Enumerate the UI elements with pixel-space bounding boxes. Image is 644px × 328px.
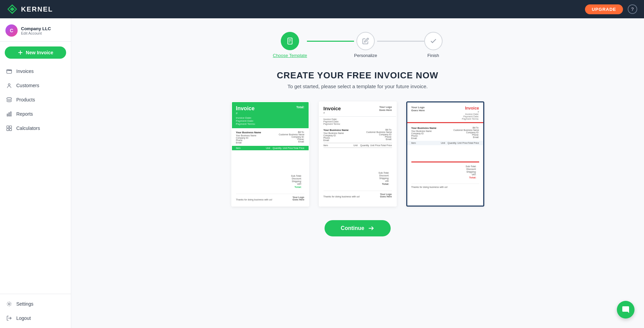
logo-text: KERNEL xyxy=(21,5,53,13)
tmpl2-body: Your Business Name Your Business Name Co… xyxy=(319,127,396,200)
grid-icon xyxy=(6,125,12,131)
sidebar-item-logout[interactable]: Logout xyxy=(0,311,71,325)
template-card-dark-border[interactable]: Your LogoGoes Here Invoice # Invoice Dat… xyxy=(406,101,484,207)
stepper: Choose Template Personalize Finish xyxy=(273,32,443,58)
template-card-minimal[interactable]: Invoice # Your LogoGoes Here Invoice Dat… xyxy=(319,101,397,207)
person-icon xyxy=(6,82,12,89)
page-heading: CREATE YOUR FREE INVOICE NOW xyxy=(277,70,438,81)
svg-rect-4 xyxy=(18,52,22,53)
logo: KERNEL xyxy=(7,4,53,15)
svg-point-7 xyxy=(7,98,12,99)
tmpl2-header: Invoice # Your LogoGoes Here xyxy=(319,102,396,117)
step-line-1 xyxy=(307,41,354,42)
svg-rect-8 xyxy=(7,114,8,116)
sidebar-item-settings[interactable]: Settings xyxy=(0,297,71,311)
chat-icon xyxy=(622,306,630,314)
chat-fab-button[interactable] xyxy=(617,301,635,319)
gear-icon xyxy=(6,301,12,307)
bar-chart-icon xyxy=(6,111,12,117)
step-circle-choose xyxy=(281,32,299,50)
avatar: C xyxy=(5,24,18,37)
folder-icon xyxy=(6,68,12,74)
layers-icon xyxy=(6,97,12,103)
sidebar-item-reports[interactable]: Reports xyxy=(0,107,71,121)
sidebar-item-calculators[interactable]: Calculators xyxy=(0,121,71,135)
help-button[interactable]: ? xyxy=(628,4,637,14)
svg-rect-14 xyxy=(9,129,12,131)
tmpl3-body: Your Business Name Your Business Name Co… xyxy=(407,124,483,190)
step-label-finish: Finish xyxy=(427,53,439,58)
tmpl1-title: Invoice xyxy=(236,105,255,112)
svg-point-15 xyxy=(8,303,10,305)
sidebar: C Company LLC Edit Account New Invoice I… xyxy=(0,18,71,328)
svg-rect-13 xyxy=(7,129,9,131)
logo-icon xyxy=(7,4,18,15)
step-line-2 xyxy=(377,41,424,42)
arrow-right-icon xyxy=(368,225,374,232)
logout-icon xyxy=(6,315,12,321)
continue-button[interactable]: Continue xyxy=(325,220,391,236)
edit-account-link[interactable]: Edit Account xyxy=(21,31,51,35)
account-name: Company LLC xyxy=(21,26,51,31)
sidebar-bottom: Settings Logout xyxy=(0,294,71,328)
sidebar-nav: Invoices Customers Products Reports Calc… xyxy=(0,62,71,294)
svg-rect-16 xyxy=(288,38,292,44)
svg-point-6 xyxy=(8,84,10,85)
step-label-choose: Choose Template xyxy=(273,53,307,58)
step-label-personalize: Personalize xyxy=(354,53,377,58)
tmpl1-header: Invoice # Total: Invoice Date: Payment D… xyxy=(232,102,309,128)
step-choose-template[interactable]: Choose Template xyxy=(273,32,307,58)
templates-row: Invoice # Total: Invoice Date: Payment D… xyxy=(231,101,484,207)
topnav: KERNEL UPGRADE ? xyxy=(0,0,644,18)
tmpl1-body: Your Business Name Your Business Name Co… xyxy=(232,128,309,204)
svg-rect-9 xyxy=(9,113,10,116)
page-subtext: To get started, please select a template… xyxy=(288,83,428,89)
main-content: Choose Template Personalize Finish CREAT… xyxy=(71,18,644,328)
tmpl3-red-line xyxy=(407,122,483,123)
topnav-right: UPGRADE ? xyxy=(585,4,637,14)
step-personalize[interactable]: Personalize xyxy=(354,32,377,58)
step-circle-finish xyxy=(424,32,443,50)
template-card-green[interactable]: Invoice # Total: Invoice Date: Payment D… xyxy=(231,101,309,207)
check-icon xyxy=(430,37,437,45)
step-finish[interactable]: Finish xyxy=(424,32,443,58)
sidebar-item-products[interactable]: Products xyxy=(0,93,71,107)
tmpl3-header: Your LogoGoes Here Invoice # Invoice Dat… xyxy=(407,102,483,122)
account-section: C Company LLC Edit Account xyxy=(0,18,71,42)
plus-icon xyxy=(18,50,23,55)
sidebar-item-customers[interactable]: Customers xyxy=(0,78,71,93)
new-invoice-button[interactable]: New Invoice xyxy=(5,46,66,59)
document-icon xyxy=(286,37,294,45)
svg-rect-12 xyxy=(9,126,12,128)
sidebar-item-invoices[interactable]: Invoices xyxy=(0,64,71,78)
upgrade-button[interactable]: UPGRADE xyxy=(585,4,623,14)
svg-rect-10 xyxy=(11,112,12,116)
step-circle-personalize xyxy=(356,32,375,50)
account-info: Company LLC Edit Account xyxy=(21,26,51,35)
pencil-icon xyxy=(362,38,369,44)
svg-rect-11 xyxy=(7,126,9,128)
